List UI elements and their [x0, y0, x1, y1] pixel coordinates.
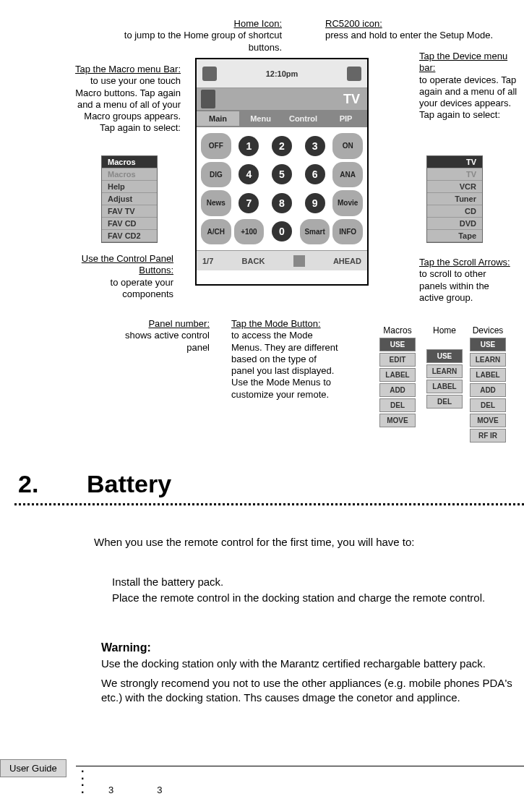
- key-4[interactable]: 4: [239, 164, 259, 184]
- mode-btn[interactable]: EDIT: [379, 353, 416, 367]
- key-ach[interactable]: A/CH: [201, 219, 231, 245]
- warning-heading: Warning:: [101, 640, 151, 656]
- key-ana[interactable]: ANA: [332, 162, 363, 188]
- callout-title: Tap the Device menu bar:: [419, 51, 507, 73]
- callout-title: Use the Control Panel Buttons:: [82, 253, 173, 275]
- tab-control[interactable]: Control: [282, 111, 325, 126]
- tab-main[interactable]: Main: [197, 111, 239, 126]
- callout-scroll: Tap the Scroll Arrows: to scroll to othe…: [419, 257, 513, 304]
- key-0[interactable]: 0: [272, 221, 292, 242]
- key-2[interactable]: 2: [272, 136, 292, 156]
- mode-label: Devices: [470, 325, 506, 336]
- menu-item: VCR: [427, 181, 482, 193]
- key-3[interactable]: 3: [305, 136, 325, 156]
- remote-tabs: Main Menu Control PIP: [197, 110, 367, 127]
- key-dig[interactable]: DIG: [201, 162, 231, 188]
- mode-btn[interactable]: USE: [379, 338, 416, 351]
- tab-pip[interactable]: PIP: [325, 111, 367, 126]
- mode-btn[interactable]: LABEL: [470, 368, 506, 382]
- callout-rc5200: RC5200 icon: press and hold to enter the…: [325, 18, 520, 42]
- remote-bottom-bar: 1/7 BACK AHEAD: [197, 250, 367, 270]
- menu-item: TV: [427, 156, 482, 168]
- mode-stack-home: Home USE LEARN LABEL DEL: [426, 325, 463, 410]
- mode-btn[interactable]: DEL: [426, 395, 463, 409]
- key-news[interactable]: News: [201, 190, 231, 216]
- battery-step2: Place the remote control in the docking …: [112, 591, 502, 605]
- mode-btn[interactable]: LABEL: [426, 380, 463, 393]
- key-movie[interactable]: Movie: [332, 190, 363, 216]
- key-plus100[interactable]: +100: [234, 219, 265, 245]
- menu-item: Tape: [427, 230, 482, 242]
- mode-btn[interactable]: DEL: [470, 398, 506, 412]
- menu-item: Tuner: [427, 193, 482, 205]
- callout-device-bar: Tap the Device menu bar: to operate devi…: [419, 51, 520, 121]
- menu-item: FAV TV: [102, 205, 157, 218]
- panel-number: 1/7: [202, 257, 213, 265]
- macro-popup-menu: Macros Macros Help Adjust FAV TV FAV CD …: [101, 155, 158, 243]
- callout-text: to scroll to other panels within the act…: [419, 268, 489, 303]
- ahead-button[interactable]: AHEAD: [333, 257, 361, 265]
- mode-btn[interactable]: USE: [470, 338, 506, 351]
- key-9[interactable]: 9: [305, 193, 325, 213]
- device-popup-menu: TV TV VCR Tuner CD DVD Tape: [426, 155, 483, 243]
- device-title-text: TV: [343, 92, 360, 107]
- mode-btn[interactable]: ADD: [470, 383, 506, 397]
- menu-item: Macros: [102, 168, 157, 181]
- remote-top-bar: 12:10pm: [197, 59, 367, 88]
- key-smart[interactable]: Smart: [300, 219, 330, 245]
- clock-readout: 12:10pm: [266, 69, 298, 78]
- rc5200-icon[interactable]: [347, 67, 361, 81]
- callout-text: shows active control panel: [125, 330, 210, 352]
- remote-title-bar[interactable]: TV: [197, 88, 367, 110]
- callout-text: press and hold to enter the Setup Mode.: [325, 30, 493, 40]
- menu-item: Help: [102, 181, 157, 193]
- callout-macro-bar: Tap the Macro menu Bar: to use your one …: [72, 64, 181, 134]
- back-button[interactable]: BACK: [242, 257, 265, 265]
- callout-title: Tap the Mode Button:: [231, 318, 321, 329]
- warning-text-2: We strongly recomend you not to use the …: [101, 676, 524, 706]
- mode-btn[interactable]: ADD: [379, 383, 416, 397]
- menu-item: FAV CD2: [102, 230, 157, 242]
- remote-screen: 12:10pm TV Main Menu Control PIP OFF 1 2…: [195, 58, 369, 286]
- mode-label: Macros: [379, 325, 416, 336]
- key-8[interactable]: 8: [272, 193, 292, 213]
- mode-stack-devices: Devices USE LEARN LABEL ADD DEL MOVE RF …: [470, 325, 506, 444]
- callout-title: Tap the Macro menu Bar:: [75, 64, 181, 74]
- menu-item: TV: [427, 168, 482, 181]
- mode-btn[interactable]: USE: [426, 349, 463, 363]
- footer-n2: 3: [157, 785, 205, 795]
- key-on[interactable]: ON: [332, 133, 363, 159]
- mode-button-icon[interactable]: [293, 255, 305, 267]
- mode-btn[interactable]: MOVE: [379, 414, 416, 427]
- callout-text: to use your one touch Macro buttons. Tap…: [75, 75, 181, 133]
- battery-step1: Install the battery pack.: [112, 575, 502, 589]
- mode-btn[interactable]: LEARN: [426, 364, 463, 378]
- key-6[interactable]: 6: [305, 164, 325, 184]
- key-off[interactable]: OFF: [201, 133, 231, 159]
- dotted-rule: [14, 503, 524, 505]
- home-icon[interactable]: [202, 67, 217, 81]
- mode-btn[interactable]: DEL: [379, 398, 416, 412]
- key-1[interactable]: 1: [239, 136, 259, 156]
- mode-btn[interactable]: RF IR: [470, 429, 506, 443]
- menu-item: Macros: [102, 156, 157, 168]
- mode-label: Home: [426, 325, 463, 336]
- callout-title: RC5200 icon:: [325, 18, 382, 29]
- mode-btn[interactable]: LEARN: [470, 353, 506, 367]
- callout-control-panel: Use the Control Panel Buttons: to operat…: [72, 253, 173, 300]
- menu-item: Adjust: [102, 193, 157, 205]
- section-number: 2.: [18, 470, 38, 498]
- callout-title: Home Icon:: [234, 18, 282, 29]
- warning-text-1: Use the docking station only with the Ma…: [101, 657, 520, 671]
- callout-text: to jump to the Home group of shortcut bu…: [124, 30, 282, 52]
- device-art-icon: [201, 90, 215, 108]
- mode-btn[interactable]: MOVE: [470, 414, 506, 427]
- remote-keypad: OFF 1 2 3 ON DIG 4 5 6 ANA News 7 8 9 Mo…: [197, 127, 367, 250]
- key-5[interactable]: 5: [272, 164, 292, 184]
- key-7[interactable]: 7: [239, 193, 259, 213]
- callout-title: Tap the Scroll Arrows:: [419, 257, 510, 268]
- callout-text: to operate devices. Tap again and a menu…: [419, 74, 517, 121]
- key-info[interactable]: INFO: [332, 219, 363, 245]
- mode-btn[interactable]: LABEL: [379, 368, 416, 382]
- tab-menu[interactable]: Menu: [239, 111, 282, 126]
